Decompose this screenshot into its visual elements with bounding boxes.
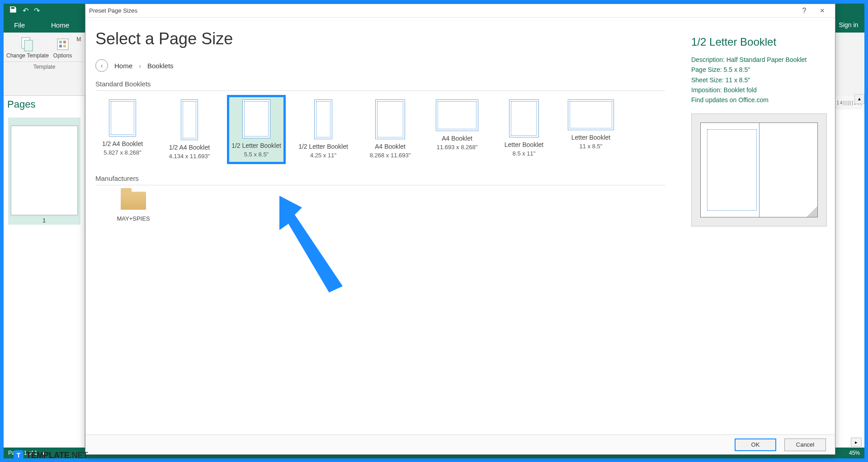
detail-page-size: Page Size: 5.5 x 8.5": [691, 65, 827, 75]
breadcrumb-home[interactable]: Home: [114, 62, 132, 70]
pages-panel: Pages 1: [4, 96, 85, 447]
svg-rect-6: [63, 45, 66, 47]
detail-preview: [691, 113, 827, 226]
scroll-up-button[interactable]: ▲: [854, 94, 864, 104]
tab-file[interactable]: File: [4, 17, 35, 33]
booklet-dims: 5.827 x 8.268": [104, 149, 141, 156]
booklet-thumb-icon: [568, 99, 614, 130]
booklet-option[interactable]: A4 Booklet11.693 x 8.268": [430, 97, 484, 162]
breadcrumb: ‹ Home › Booklets: [95, 59, 676, 72]
booklet-option[interactable]: 1/2 Letter Booklet4.25 x 11": [296, 97, 350, 162]
booklet-dims: 4.134 x 11.693": [169, 153, 210, 160]
booklet-dims: 5.5 x 8.5": [244, 151, 269, 158]
detail-updates-link[interactable]: Find updates on Office.com: [691, 96, 827, 104]
booklet-name: 1/2 Letter Booklet: [298, 143, 348, 151]
dialog-heading: Select a Page Size: [95, 29, 676, 48]
detail-description: Description: Half Standard Paper Booklet: [691, 55, 827, 65]
folder-label: MAY+SPIES: [117, 215, 150, 222]
pages-panel-title: Pages: [4, 96, 85, 113]
manufacturer-folder[interactable]: MAY+SPIES: [106, 192, 160, 222]
watermark-logo-icon: T: [14, 450, 24, 460]
detail-sheet-size: Sheet Size: 11 x 8.5": [691, 75, 827, 85]
horizontal-scroll-right[interactable]: ▸: [851, 438, 862, 447]
help-icon[interactable]: ?: [795, 7, 813, 15]
booklet-name: 1/2 A4 Booklet: [102, 140, 143, 148]
page-thumb-selected[interactable]: 1: [8, 118, 80, 225]
tab-home[interactable]: Home: [35, 17, 85, 33]
save-icon[interactable]: [9, 5, 17, 15]
svg-rect-1: [24, 40, 33, 51]
redo-icon[interactable]: ↷: [34, 6, 40, 15]
dialog-title: Preset Page Sizes: [89, 7, 795, 14]
ribbon-more: M: [76, 36, 81, 59]
folder-icon: [121, 192, 146, 210]
booklet-option[interactable]: Letter Booklet11 x 8.5": [564, 97, 618, 162]
booklet-option[interactable]: 1/2 A4 Booklet4.134 x 11.693": [162, 97, 217, 162]
breadcrumb-separator-icon: ›: [139, 62, 141, 70]
section-standard-booklets: Standard Booklets: [95, 80, 676, 88]
ribbon: Change Template Options M Template: [4, 33, 85, 96]
section-rule: [95, 90, 665, 91]
change-template-button[interactable]: Change Template: [6, 36, 49, 59]
booklet-dims: 8.268 x 11.693": [370, 152, 411, 159]
booklet-name: Letter Booklet: [571, 134, 610, 142]
options-label: Options: [53, 52, 72, 59]
booklet-grid: 1/2 A4 Booklet5.827 x 8.268"1/2 A4 Bookl…: [95, 97, 676, 162]
ribbon-group-label: Template: [4, 61, 85, 70]
ribbon-right-sliver: [833, 33, 864, 96]
booklet-dims: 4.25 x 11": [310, 152, 336, 159]
preset-page-sizes-dialog: Preset Page Sizes ? × Select a Page Size…: [85, 4, 835, 455]
preview-booklet-icon: [700, 123, 818, 217]
status-zoom: 45%: [849, 450, 860, 456]
section-rule: [95, 185, 665, 185]
booklet-thumb-icon: [242, 99, 270, 138]
sign-in-link[interactable]: Sign in: [833, 17, 864, 33]
booklet-thumb-icon: [436, 99, 478, 131]
booklet-thumb-icon: [375, 99, 405, 139]
change-template-label: Change Template: [6, 52, 49, 59]
app-frame: ↶ ↷ File Home Sign in Change Template Op…: [4, 4, 864, 458]
booklet-thumb-icon: [509, 99, 539, 137]
svg-rect-5: [59, 45, 62, 47]
ok-button[interactable]: OK: [735, 438, 776, 451]
template-icon: [19, 36, 36, 52]
options-button[interactable]: Options: [53, 36, 72, 59]
dialog-main: Select a Page Size ‹ Home › Booklets Sta…: [85, 18, 686, 434]
page-thumb: [11, 126, 78, 215]
booklet-option[interactable]: 1/2 Letter Booklet5.5 x 8.5": [229, 97, 283, 162]
booklet-dims: 11.693 x 8.268": [437, 144, 478, 151]
dialog-titlebar: Preset Page Sizes ? ×: [85, 4, 835, 18]
ribbon-tabs: File Home: [4, 17, 85, 33]
detail-imposition: Imposition: Booklet fold: [691, 85, 827, 95]
svg-rect-3: [59, 41, 62, 43]
booklet-dims: 8.5 x 11": [513, 150, 536, 157]
dialog-detail-pane: 1/2 Letter Booklet Description: Half Sta…: [686, 18, 835, 434]
booklet-option[interactable]: Letter Booklet8.5 x 11": [497, 97, 551, 162]
page-number: 1: [10, 217, 79, 224]
dialog-buttons: OK Cancel: [85, 434, 835, 454]
booklet-name: A4 Booklet: [442, 135, 472, 143]
booklet-name: 1/2 A4 Booklet: [169, 144, 210, 152]
options-icon: [55, 36, 71, 52]
booklet-thumb-icon: [314, 99, 332, 139]
close-icon[interactable]: ×: [813, 7, 831, 15]
breadcrumb-back-icon[interactable]: ‹: [95, 59, 108, 72]
undo-icon[interactable]: ↶: [23, 6, 28, 15]
watermark: T TEMPLATE.NET: [14, 450, 88, 460]
section-manufacturers: Manufacturers: [95, 174, 676, 182]
booklet-option[interactable]: A4 Booklet8.268 x 11.693": [363, 97, 417, 162]
detail-title: 1/2 Letter Booklet: [691, 36, 827, 48]
svg-rect-4: [63, 41, 66, 43]
booklet-thumb-icon: [109, 99, 136, 137]
breadcrumb-current: Booklets: [147, 62, 174, 70]
quick-access-toolbar: ↶ ↷: [4, 4, 85, 17]
cancel-button[interactable]: Cancel: [784, 438, 826, 451]
svg-rect-2: [57, 39, 68, 50]
booklet-dims: 11 x 8.5": [580, 143, 603, 150]
booklet-name: A4 Booklet: [375, 143, 406, 151]
booklet-name: 1/2 Letter Booklet: [231, 142, 281, 150]
booklet-option[interactable]: 1/2 A4 Booklet5.827 x 8.268": [95, 97, 150, 162]
booklet-thumb-icon: [181, 99, 198, 140]
booklet-name: Letter Booklet: [505, 141, 543, 149]
